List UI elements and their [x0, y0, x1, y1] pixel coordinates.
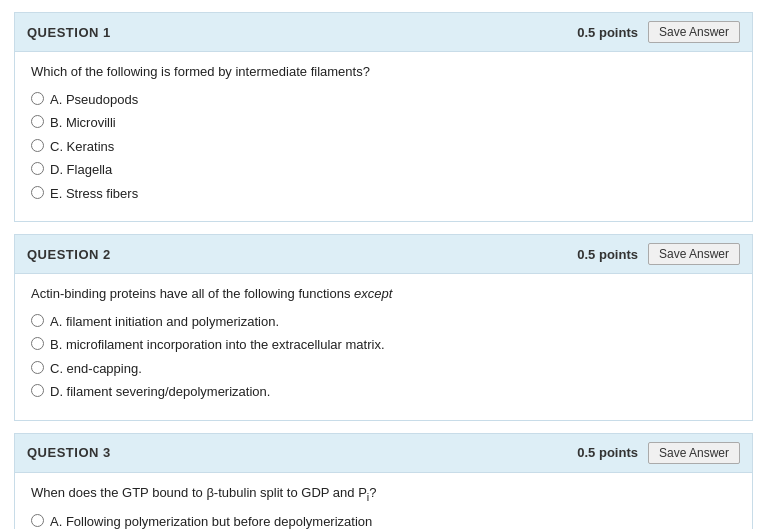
- question-3-body: When does the GTP bound to β-tubulin spl…: [15, 473, 752, 530]
- question-2-body: Actin-binding proteins have all of the f…: [15, 274, 752, 420]
- list-item: D. Flagella: [31, 160, 736, 180]
- question-1-save-button[interactable]: Save Answer: [648, 21, 740, 43]
- question-2-block: QUESTION 2 0.5 points Save Answer Actin-…: [14, 234, 753, 421]
- question-3-points: 0.5 points: [577, 445, 638, 460]
- question-2-text: Actin-binding proteins have all of the f…: [31, 284, 736, 304]
- q2-option-c-radio[interactable]: [31, 361, 44, 374]
- q3-option-a-label[interactable]: A. Following polymerization but before d…: [50, 512, 372, 529]
- list-item: C. Keratins: [31, 137, 736, 157]
- list-item: A. Pseudopods: [31, 90, 736, 110]
- q1-option-a-radio[interactable]: [31, 92, 44, 105]
- q2-option-d-radio[interactable]: [31, 384, 44, 397]
- question-3-text: When does the GTP bound to β-tubulin spl…: [31, 483, 736, 505]
- list-item: E. Stress fibers: [31, 184, 736, 204]
- list-item: C. end-capping.: [31, 359, 736, 379]
- question-3-header: QUESTION 3 0.5 points Save Answer: [15, 434, 752, 473]
- q2-option-b-radio[interactable]: [31, 337, 44, 350]
- question-3-subscript-i: i: [367, 490, 369, 502]
- question-1-block: QUESTION 1 0.5 points Save Answer Which …: [14, 12, 753, 222]
- question-1-header: QUESTION 1 0.5 points Save Answer: [15, 13, 752, 52]
- list-item: A. filament initiation and polymerizatio…: [31, 312, 736, 332]
- q1-option-e-radio[interactable]: [31, 186, 44, 199]
- q3-option-a-radio[interactable]: [31, 514, 44, 527]
- question-2-points: 0.5 points: [577, 247, 638, 262]
- q1-option-d-radio[interactable]: [31, 162, 44, 175]
- q1-option-c-radio[interactable]: [31, 139, 44, 152]
- question-2-meta: 0.5 points Save Answer: [577, 243, 740, 265]
- q2-option-a-label[interactable]: A. filament initiation and polymerizatio…: [50, 312, 279, 332]
- q2-option-c-label[interactable]: C. end-capping.: [50, 359, 142, 379]
- question-2-text-before: Actin-binding proteins have all of the f…: [31, 286, 354, 301]
- q1-option-d-label[interactable]: D. Flagella: [50, 160, 112, 180]
- question-1-points: 0.5 points: [577, 25, 638, 40]
- question-3-meta: 0.5 points Save Answer: [577, 442, 740, 464]
- question-2-header: QUESTION 2 0.5 points Save Answer: [15, 235, 752, 274]
- question-1-body: Which of the following is formed by inte…: [15, 52, 752, 221]
- q2-option-d-label[interactable]: D. filament severing/depolymerization.: [50, 382, 270, 402]
- question-3-save-button[interactable]: Save Answer: [648, 442, 740, 464]
- question-1-meta: 0.5 points Save Answer: [577, 21, 740, 43]
- question-3-greek-beta: β: [206, 485, 213, 500]
- list-item: D. filament severing/depolymerization.: [31, 382, 736, 402]
- q1-option-e-label[interactable]: E. Stress fibers: [50, 184, 138, 204]
- question-2-text-italic: except: [354, 286, 392, 301]
- question-1-text: Which of the following is formed by inte…: [31, 62, 736, 82]
- question-2-title: QUESTION 2: [27, 247, 111, 262]
- question-2-save-button[interactable]: Save Answer: [648, 243, 740, 265]
- q2-option-a-radio[interactable]: [31, 314, 44, 327]
- list-item: B. microfilament incorporation into the …: [31, 335, 736, 355]
- q1-option-a-label[interactable]: A. Pseudopods: [50, 90, 138, 110]
- list-item: A. Following polymerization but before d…: [31, 512, 736, 529]
- question-3-title: QUESTION 3: [27, 445, 111, 460]
- q1-option-b-label[interactable]: B. Microvilli: [50, 113, 116, 133]
- question-1-title: QUESTION 1: [27, 25, 111, 40]
- q1-option-c-label[interactable]: C. Keratins: [50, 137, 114, 157]
- q1-option-b-radio[interactable]: [31, 115, 44, 128]
- q2-option-b-label[interactable]: B. microfilament incorporation into the …: [50, 335, 385, 355]
- list-item: B. Microvilli: [31, 113, 736, 133]
- question-3-block: QUESTION 3 0.5 points Save Answer When d…: [14, 433, 753, 530]
